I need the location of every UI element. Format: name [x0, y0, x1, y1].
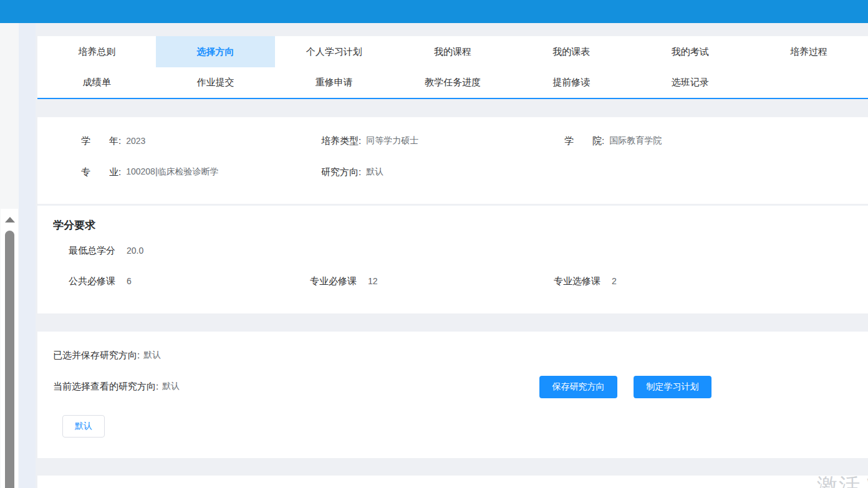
research-direction-card: 已选并保存研究方向: 默认 当前选择查看的研究方向: 默认 保存研究方向 制定学… — [37, 332, 868, 458]
credit-min-total: 最低总学分 20.0 — [69, 244, 868, 257]
student-info-card: 学 年: 2023 培养类型: 同等学力硕士 学 院: 国际教育学院 专 业: … — [37, 117, 868, 204]
field-value: 2023 — [126, 136, 145, 146]
scrollbar-thumb[interactable] — [5, 231, 14, 488]
field-label: 学 年: — [81, 135, 121, 147]
tab-training-process[interactable]: 培养过程 — [750, 36, 868, 67]
main-content: 培养总则 选择方向 个人学习计划 我的课程 我的课表 我的考试 培养过程 成绩单… — [37, 23, 868, 488]
direction-actions: 保存研究方向 制定学习计划 — [539, 376, 711, 398]
tab-training-rules[interactable]: 培养总则 — [37, 36, 156, 67]
save-research-direction-button[interactable]: 保存研究方向 — [539, 376, 617, 398]
field-label: 研究方向: — [321, 166, 361, 178]
left-rail — [0, 23, 19, 488]
field-label: 培养类型: — [321, 135, 361, 147]
tab-my-timetable[interactable]: 我的课表 — [512, 36, 630, 67]
credit-label: 最低总学分 — [69, 245, 115, 257]
tab-row-2: 成绩单 作业提交 重修申请 教学任务进度 提前修读 选班记录 — [37, 67, 868, 98]
credit-value: 12 — [368, 276, 378, 286]
field-major: 专 业: 100208|临床检验诊断学 — [81, 166, 321, 178]
tab-early-study[interactable]: 提前修读 — [512, 67, 630, 98]
current-direction-line: 当前选择查看的研究方向: 默认 — [53, 380, 868, 393]
credit-label: 公共必修课 — [69, 275, 115, 287]
tab-my-exams[interactable]: 我的考试 — [630, 36, 749, 67]
tab-personal-study-plan[interactable]: 个人学习计划 — [275, 36, 393, 67]
field-value: 默认 — [366, 166, 383, 178]
field-value: 同等学力硕士 — [366, 135, 418, 146]
credit-major-required: 专业必修课 12 — [310, 275, 554, 287]
credit-requirements-card: 学分要求 最低总学分 20.0 公共必修课 6 专业必修课 12 专业选修课 2 — [37, 206, 868, 313]
field-training-type: 培养类型: 同等学力硕士 — [321, 135, 564, 147]
scroll-up-arrow-icon[interactable] — [5, 217, 15, 222]
field-college: 学 院: 国际教育学院 — [564, 135, 868, 147]
field-label: 专 业: — [81, 166, 121, 178]
tab-teaching-task-progress[interactable]: 教学任务进度 — [393, 67, 512, 98]
saved-direction-value: 默认 — [143, 350, 161, 361]
credit-label: 专业必修课 — [310, 275, 357, 287]
tab-row-1: 培养总则 选择方向 个人学习计划 我的课程 我的课表 我的考试 培养过程 — [37, 36, 868, 67]
field-label: 学 院: — [564, 135, 604, 147]
field-value: 100208|临床检验诊断学 — [126, 166, 218, 178]
credit-value: 2 — [612, 276, 617, 286]
tab-bar: 培养总则 选择方向 个人学习计划 我的课程 我的课表 我的考试 培养过程 成绩单… — [37, 36, 868, 99]
current-direction-value: 默认 — [162, 381, 180, 392]
field-value: 国际教育学院 — [609, 135, 662, 146]
credit-major-elective: 专业选修课 2 — [554, 275, 868, 287]
next-section-card — [37, 476, 868, 488]
credit-requirements-title: 学分要求 — [53, 218, 868, 232]
saved-direction-line: 已选并保存研究方向: 默认 — [53, 349, 868, 361]
credit-value: 6 — [127, 276, 132, 286]
left-rail-accent — [19, 23, 36, 488]
credit-items-row: 公共必修课 6 专业必修课 12 专业选修课 2 — [69, 275, 868, 287]
tab-transcript[interactable]: 成绩单 — [37, 67, 156, 98]
tab-choose-direction[interactable]: 选择方向 — [156, 36, 274, 67]
current-direction-label: 当前选择查看的研究方向: — [53, 381, 158, 393]
activate-windows-watermark: 激活 Windows — [817, 472, 868, 488]
tab-retake-apply[interactable]: 重修申请 — [275, 67, 393, 98]
student-info-grid: 学 年: 2023 培养类型: 同等学力硕士 学 院: 国际教育学院 专 业: … — [81, 135, 868, 178]
credit-value: 20.0 — [127, 246, 143, 256]
scrollbar-track[interactable] — [1, 209, 18, 488]
saved-direction-label: 已选并保存研究方向: — [53, 350, 140, 361]
tab-my-courses[interactable]: 我的课程 — [393, 36, 512, 67]
field-research-direction: 研究方向: 默认 — [321, 166, 564, 178]
top-nav-bar — [0, 0, 868, 23]
credit-public-required: 公共必修课 6 — [69, 275, 310, 287]
make-study-plan-button[interactable]: 制定学习计划 — [634, 376, 711, 398]
field-academic-year: 学 年: 2023 — [81, 135, 321, 147]
direction-option-default-button[interactable]: 默认 — [62, 415, 105, 438]
tab-class-selection-record[interactable]: 选班记录 — [630, 67, 749, 98]
tab-homework-submit[interactable]: 作业提交 — [156, 67, 274, 98]
credit-label: 专业选修课 — [554, 275, 600, 287]
